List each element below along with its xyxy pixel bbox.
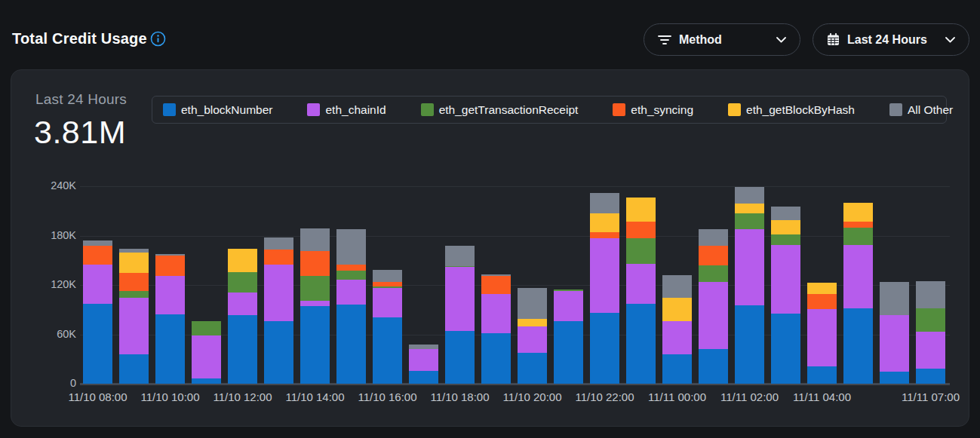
bar-segment-eth_syncing [300, 251, 330, 276]
bar-segment-eth_chainId [336, 280, 366, 305]
bar-11/10 19:00 [481, 186, 511, 384]
info-icon[interactable] [150, 31, 166, 47]
legend-label: All Other [908, 103, 953, 117]
y-axis-tick-label: 0 [28, 377, 76, 389]
bar-segment-All Other [590, 193, 619, 213]
bar-11/10 20:00 [518, 186, 547, 384]
date-range-label: Last 24 Hours [847, 33, 927, 47]
bar-segment-eth_blockNumber [83, 304, 112, 384]
bar-segment-eth_syncing [83, 246, 112, 265]
bar-segment-eth_getBlockByHash [771, 220, 800, 235]
bar-segment-eth_blockNumber [409, 371, 438, 384]
bar-segment-All Other [662, 275, 692, 299]
bar-segment-eth_blockNumber [264, 321, 293, 384]
bar-segment-eth_blockNumber [590, 313, 619, 384]
bar-11/10 10:00 [155, 186, 185, 384]
bar-segment-eth_getTransactionReceipt [336, 271, 366, 280]
bar-11/10 17:00 [409, 186, 438, 384]
bar-11/10 12:00 [228, 186, 257, 384]
bar-11/10 22:00 [590, 186, 619, 384]
legend-swatch [163, 103, 176, 116]
bar-segment-eth_getTransactionReceipt [119, 291, 149, 299]
bar-11/11 04:00 [807, 186, 837, 384]
bar-segment-eth_getBlockByHash [518, 319, 547, 326]
bar-segment-eth_chainId [409, 349, 438, 370]
bar-segment-eth_chainId [916, 332, 945, 369]
card-period-label: Last 24 Hours [35, 91, 127, 108]
bar-segment-eth_blockNumber [554, 321, 583, 384]
legend-swatch [889, 103, 902, 116]
bar-segment-eth_chainId [771, 245, 800, 314]
dashboard-page: Total Credit Usage Method [0, 0, 980, 438]
legend-swatch [728, 103, 741, 116]
bar-segment-All Other [916, 281, 945, 308]
legend-label: eth_syncing [631, 103, 693, 117]
bar-segment-eth_syncing [119, 273, 149, 291]
bar-11/10 09:00 [119, 186, 149, 384]
bar-11/11 06:00 [880, 186, 909, 384]
bar-segment-eth_chainId [119, 298, 149, 354]
bar-segment-eth_blockNumber [336, 305, 366, 384]
bar-segment-All Other [336, 229, 366, 265]
bar-segment-eth_syncing [481, 276, 511, 294]
bar-segment-eth_blockNumber [192, 378, 221, 384]
bar-segment-eth_chainId [481, 294, 511, 333]
bar-segment-eth_syncing [373, 282, 402, 287]
bar-11/10 16:00 [373, 186, 402, 384]
bar-11/10 21:00 [554, 186, 583, 384]
bar-segment-eth_getBlockByHash [807, 283, 837, 294]
legend-swatch [421, 103, 434, 116]
bar-segment-eth_getTransactionReceipt [916, 308, 945, 332]
bar-segment-eth_getBlockByHash [843, 203, 873, 222]
bar-segment-All Other [300, 228, 330, 252]
bar-segment-eth_blockNumber [771, 314, 800, 384]
bar-segment-All Other [409, 345, 438, 350]
bar-segment-eth_blockNumber [916, 369, 945, 384]
bar-segment-All Other [735, 187, 764, 204]
legend-item: eth_chainId [307, 103, 386, 117]
bar-segment-eth_syncing [843, 222, 873, 228]
bar-11/10 08:00 [83, 186, 112, 384]
bar-segment-eth_chainId [300, 301, 330, 307]
chart-plot [80, 186, 950, 384]
bar-11/11 00:00 [662, 186, 692, 384]
bar-11/11 01:00 [699, 186, 728, 384]
y-axis-tick-label: 240K [28, 179, 76, 191]
bar-segment-eth_chainId [155, 276, 185, 314]
date-range-dropdown[interactable]: Last 24 Hours [813, 23, 969, 56]
bar-segment-eth_blockNumber [662, 354, 692, 384]
bar-segment-eth_getTransactionReceipt [735, 213, 764, 229]
bar-segment-All Other [699, 229, 728, 246]
bar-segment-eth_chainId [590, 238, 619, 313]
bar-segment-eth_chainId [843, 245, 873, 308]
method-filter-dropdown[interactable]: Method [644, 23, 800, 56]
bar-segment-eth_getTransactionReceipt [300, 276, 330, 301]
bar-segment-eth_getTransactionReceipt [228, 272, 257, 293]
bar-segment-eth_getTransactionReceipt [699, 265, 728, 282]
legend-item: All Other [889, 103, 953, 117]
legend-swatch [613, 103, 625, 116]
bar-segment-eth_chainId [699, 282, 728, 350]
chevron-down-icon [776, 37, 786, 43]
bar-segment-eth_blockNumber [155, 314, 185, 384]
bar-segment-All Other [771, 207, 800, 219]
bar-segment-eth_syncing [699, 246, 728, 265]
bar-11/10 23:00 [626, 186, 656, 384]
bar-segment-All Other [518, 288, 547, 318]
bar-11/11 02:00 [735, 186, 764, 384]
bar-segment-eth_blockNumber [880, 372, 909, 384]
bar-segment-eth_getTransactionReceipt [771, 234, 800, 244]
bar-segment-eth_chainId [662, 321, 692, 354]
bar-11/11 07:00 [916, 186, 945, 384]
bar-segment-All Other [445, 246, 475, 266]
calendar-icon [827, 33, 840, 46]
bar-segment-eth_blockNumber [300, 306, 330, 384]
bar-segment-eth_blockNumber [735, 305, 764, 384]
legend-label: eth_blockNumber [181, 103, 272, 117]
bar-segment-eth_chainId [83, 265, 112, 304]
bar-segment-eth_blockNumber [518, 353, 547, 384]
bar-segment-eth_syncing [626, 222, 656, 238]
bar-segment-eth_getBlockByHash [662, 298, 692, 321]
bar-segment-eth_chainId [626, 264, 656, 304]
bar-segment-eth_getBlockByHash [228, 249, 257, 272]
